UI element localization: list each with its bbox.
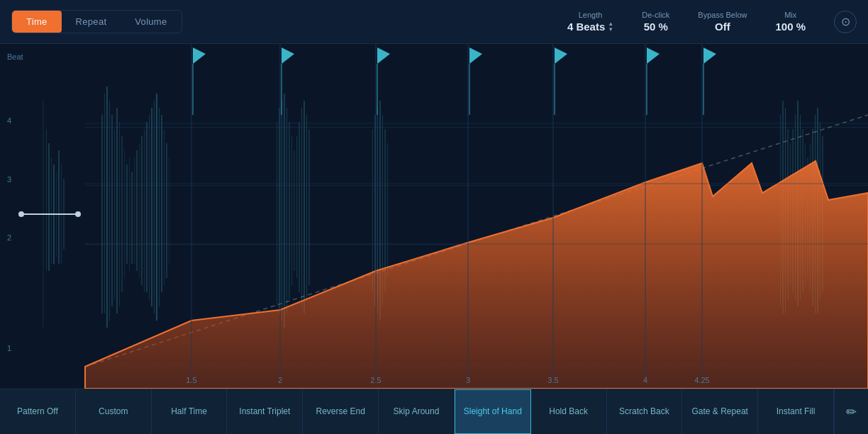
svg-rect-16 (116, 108, 118, 313)
tab-group: Time Repeat Volume (11, 10, 182, 33)
svg-rect-12 (106, 87, 108, 328)
declick-label: De-click (642, 11, 669, 19)
pattern-btn-instant-triplet[interactable]: Instant Triplet (227, 389, 303, 434)
header-controls: Length 4 Beats ▲▼ De-click 50 % Bypass B… (567, 11, 857, 33)
svg-rect-45 (294, 150, 295, 271)
svg-text:3.5: 3.5 (547, 376, 558, 384)
svg-rect-13 (109, 101, 110, 321)
pattern-btn-off[interactable]: Pattern Off (0, 389, 76, 434)
bypass-control: Bypass Below Off (698, 11, 747, 33)
svg-rect-14 (111, 115, 113, 306)
pattern-btn-instant-fill[interactable]: Instant Fill (758, 389, 834, 434)
svg-marker-97 (703, 48, 716, 64)
pencil-button[interactable]: ✏ (834, 389, 868, 434)
mix-value[interactable]: 100 % (775, 21, 806, 33)
pattern-btn-reverse-end[interactable]: Reverse End (303, 389, 379, 434)
svg-rect-44 (291, 136, 292, 285)
svg-rect-34 (161, 115, 162, 292)
svg-rect-41 (284, 94, 285, 328)
tab-volume[interactable]: Volume (121, 11, 181, 33)
svg-rect-37 (169, 157, 169, 264)
length-label: Length (579, 11, 603, 19)
svg-rect-58 (387, 143, 388, 278)
svg-rect-33 (159, 108, 160, 306)
pattern-btn-halftime[interactable]: Half Time (152, 389, 228, 434)
svg-marker-91 (469, 48, 482, 64)
svg-rect-25 (139, 143, 140, 278)
pencil-icon: ✏ (846, 404, 857, 420)
pattern-btn-sleight[interactable]: Sleight of Hand (455, 389, 531, 434)
svg-rect-50 (306, 115, 307, 299)
svg-rect-24 (136, 150, 138, 271)
svg-rect-3 (51, 157, 52, 264)
svg-rect-29 (149, 115, 150, 299)
svg-rect-51 (308, 129, 310, 285)
svg-text:4: 4 (643, 376, 647, 384)
svg-marker-85 (193, 48, 206, 64)
more-button[interactable]: ⊙ (834, 11, 857, 33)
svg-rect-15 (114, 129, 115, 299)
header: Time Repeat Volume Length 4 Beats ▲▼ De-… (0, 0, 868, 44)
declick-value[interactable]: 50 % (644, 21, 668, 33)
svg-text:2: 2 (278, 376, 282, 384)
svg-rect-49 (304, 101, 305, 313)
svg-rect-22 (131, 172, 133, 264)
svg-rect-21 (129, 157, 130, 271)
svg-rect-42 (286, 108, 287, 313)
svg-rect-48 (301, 108, 302, 306)
svg-rect-9 (99, 108, 100, 313)
declick-control: De-click 50 % (642, 11, 669, 33)
svg-rect-10 (101, 115, 103, 313)
svg-rect-18 (121, 136, 123, 292)
svg-rect-1 (46, 129, 47, 271)
bypass-value[interactable]: Off (715, 21, 730, 33)
svg-rect-11 (104, 94, 105, 313)
svg-rect-6 (58, 150, 60, 264)
bypass-label: Bypass Below (698, 11, 747, 19)
tab-repeat[interactable]: Repeat (62, 11, 121, 33)
svg-rect-38 (277, 122, 277, 306)
svg-rect-46 (296, 136, 297, 278)
viz-svg: 1.5 2 2.5 3 3.5 4 4.25 (0, 44, 868, 389)
svg-text:3: 3 (466, 376, 470, 384)
svg-rect-36 (166, 143, 167, 278)
svg-point-110 (18, 211, 24, 217)
svg-rect-31 (154, 101, 155, 313)
svg-text:2.5: 2.5 (370, 376, 381, 384)
svg-text:1.5: 1.5 (186, 376, 196, 384)
svg-point-111 (75, 211, 81, 217)
pattern-btn-custom[interactable]: Custom (76, 389, 152, 434)
length-value[interactable]: 4 Beats ▲▼ (567, 21, 613, 33)
mix-control: Mix 100 % (775, 11, 806, 33)
svg-rect-35 (164, 129, 165, 285)
svg-marker-95 (647, 48, 660, 64)
svg-rect-43 (289, 122, 290, 299)
svg-rect-20 (126, 165, 128, 264)
pattern-btn-gate-repeat[interactable]: Gate & Repeat (682, 389, 758, 434)
visualization-area: Beat 4 3 2 1 (0, 44, 868, 389)
mix-label: Mix (784, 11, 796, 19)
svg-rect-28 (146, 122, 148, 292)
svg-rect-26 (141, 136, 143, 285)
pattern-bar: Pattern Off Custom Half Time Instant Tri… (0, 389, 868, 434)
tab-time[interactable]: Time (12, 11, 62, 33)
pattern-btn-scratch-back[interactable]: Scratch Back (607, 389, 683, 434)
svg-rect-19 (124, 150, 125, 278)
pattern-btn-skip-around[interactable]: Skip Around (379, 389, 455, 434)
svg-marker-87 (282, 48, 294, 64)
svg-rect-17 (119, 122, 120, 306)
svg-rect-52 (372, 129, 373, 292)
length-control: Length 4 Beats ▲▼ (567, 11, 613, 33)
length-spinner[interactable]: ▲▼ (608, 21, 613, 33)
svg-marker-93 (555, 48, 567, 64)
svg-rect-32 (156, 94, 157, 321)
svg-rect-2 (48, 143, 50, 271)
svg-marker-89 (377, 48, 390, 64)
svg-rect-47 (299, 122, 300, 292)
svg-text:4.25: 4.25 (694, 376, 709, 384)
svg-rect-23 (134, 157, 135, 264)
svg-rect-40 (282, 101, 282, 321)
svg-rect-27 (144, 129, 145, 292)
pattern-btn-hold-back[interactable]: Hold Back (531, 389, 607, 434)
svg-rect-30 (151, 108, 152, 306)
